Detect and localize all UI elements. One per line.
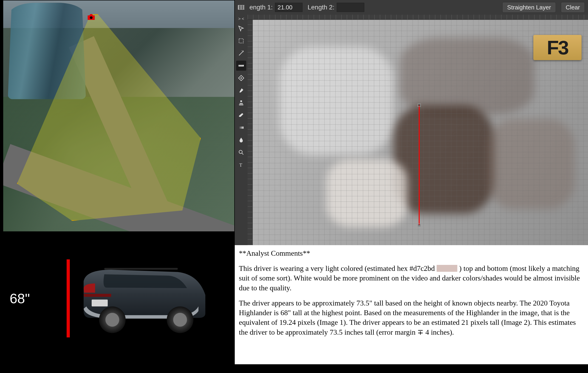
marquee-tool-icon[interactable] (236, 36, 246, 46)
aerial-map-panel (3, 0, 235, 232)
car-height-label: 68" (10, 291, 30, 306)
suv-illustration (70, 261, 212, 336)
horizontal-ruler[interactable] (248, 15, 588, 20)
gradient-tool-icon[interactable] (236, 122, 246, 133)
brush-tool-icon[interactable] (236, 85, 246, 95)
notes-p1a: This driver is wearing a very light colo… (239, 264, 437, 272)
length1-label: ength 1: (250, 4, 273, 11)
vertical-ruler[interactable] (248, 20, 253, 245)
measure-line[interactable] (419, 105, 420, 225)
svg-rect-5 (241, 65, 242, 66)
svg-rect-3 (239, 65, 239, 66)
notes-paragraph-1: This driver is wearing a very light colo… (239, 263, 584, 293)
length2-input[interactable] (337, 3, 364, 12)
image-editor-panel: ength 1: Length 2: Straighten Layer Clea… (235, 0, 588, 245)
ruler-icon (238, 5, 244, 10)
svg-point-0 (90, 16, 93, 19)
reference-car-panel: 68" (3, 239, 235, 358)
svg-rect-11 (104, 268, 178, 270)
editor-body: > < (235, 15, 588, 245)
editor-canvas-wrap: F3 (248, 15, 588, 245)
move-tool-icon[interactable] (236, 23, 246, 33)
color-swatch (437, 265, 457, 272)
measure-handle-top[interactable] (418, 103, 421, 107)
svg-rect-8 (239, 126, 244, 129)
svg-point-16 (173, 313, 187, 327)
clear-button[interactable]: Clear (561, 2, 585, 13)
length1-input[interactable] (275, 3, 303, 12)
svg-rect-12 (92, 300, 108, 306)
svg-point-14 (105, 313, 119, 327)
svg-point-9 (239, 150, 242, 153)
straighten-layer-button[interactable]: Straighten Layer (502, 2, 556, 13)
f3-logo: F3 (533, 35, 582, 60)
wand-tool-icon[interactable] (236, 48, 246, 58)
tool-tray: > < (235, 15, 248, 245)
svg-rect-1 (239, 39, 243, 43)
tray-toggle-icon[interactable]: > < (236, 16, 246, 22)
car-height-bar (67, 259, 70, 337)
stamp-tool-icon[interactable] (236, 98, 246, 108)
notes-paragraph-2: The driver appears to be approximately 7… (239, 298, 584, 337)
notes-header: **Analyst Comments** (239, 248, 584, 258)
length2-label: Length 2: (307, 4, 335, 11)
measure-handle-bottom[interactable] (418, 223, 421, 227)
blur-tool-icon[interactable] (236, 135, 246, 145)
svg-text:T: T (239, 162, 242, 168)
length1-field: ength 1: (250, 3, 303, 12)
eraser-tool-icon[interactable] (236, 110, 246, 120)
text-tool-icon[interactable]: T (236, 160, 246, 170)
zoom-tool-icon[interactable] (236, 147, 246, 157)
healing-brush-icon[interactable] (236, 73, 246, 83)
analyst-notes-panel: **Analyst Comments** This driver is wear… (235, 245, 588, 364)
length2-field: Length 2: (307, 3, 364, 12)
ruler-tool-icon[interactable] (236, 60, 246, 71)
camera-marker-icon (86, 12, 96, 22)
editor-options-bar: ength 1: Length 2: Straighten Layer Clea… (235, 0, 588, 15)
svg-rect-6 (242, 65, 242, 66)
svg-rect-4 (240, 65, 240, 66)
